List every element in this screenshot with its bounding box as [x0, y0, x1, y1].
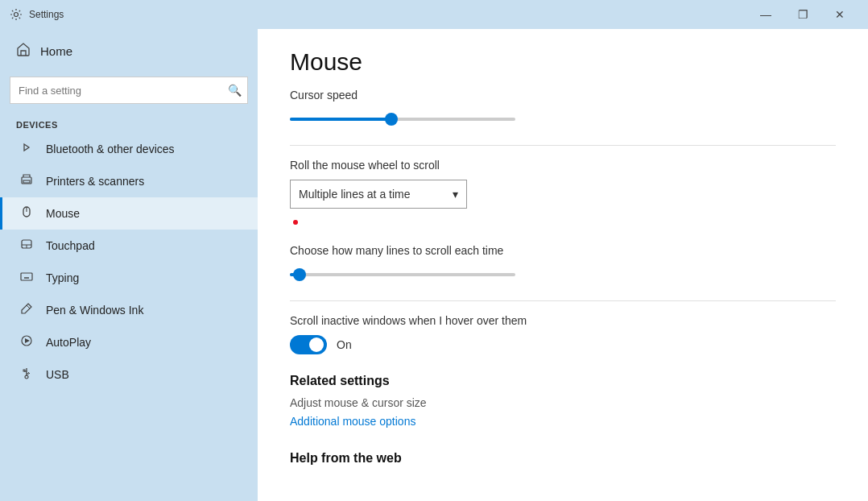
- touchpad-icon: [19, 238, 35, 254]
- sidebar-item-touchpad[interactable]: Touchpad: [0, 230, 258, 262]
- cursor-speed-fill: [290, 118, 391, 121]
- settings-icon: [10, 8, 23, 21]
- printer-icon: [19, 173, 35, 189]
- home-label: Home: [40, 44, 72, 58]
- lines-thumb[interactable]: [293, 268, 306, 281]
- svg-point-0: [14, 13, 19, 17]
- close-button[interactable]: ✕: [821, 2, 858, 27]
- sidebar-item-label: Bluetooth & other devices: [46, 143, 175, 155]
- svg-marker-15: [25, 338, 30, 343]
- window-title: Settings: [29, 9, 747, 20]
- sidebar-item-label: Printers & scanners: [46, 175, 144, 188]
- home-icon: [16, 42, 31, 60]
- roll-dropdown-value: Multiple lines at a time: [299, 188, 411, 201]
- scroll-inactive-section: Scroll inactive windows when I hover ove…: [290, 314, 836, 354]
- sidebar-item-label: Pen & Windows Ink: [46, 304, 143, 317]
- search-input[interactable]: [10, 77, 248, 104]
- sidebar-item-label: Mouse: [46, 207, 80, 220]
- toggle-row: On: [290, 335, 836, 354]
- autoplay-icon: [19, 334, 35, 350]
- toggle-state-label: On: [337, 338, 352, 351]
- svg-rect-8: [21, 273, 32, 280]
- sidebar: Home 🔍 Devices Bluetooth & other devices: [0, 29, 258, 501]
- sidebar-item-usb[interactable]: USB: [0, 358, 258, 391]
- window-controls: — ❐ ✕: [747, 2, 858, 27]
- sidebar-section-label: Devices: [0, 114, 258, 133]
- sidebar-item-home[interactable]: Home: [0, 29, 258, 73]
- cursor-speed-section: Cursor speed: [290, 89, 836, 129]
- cursor-speed-track: [290, 118, 515, 121]
- typing-icon: [19, 270, 35, 286]
- bluetooth-icon: [19, 141, 35, 157]
- dropdown-chevron-icon: ▾: [453, 188, 458, 201]
- related-settings-subtitle: Adjust mouse & cursor size: [290, 396, 836, 409]
- search-container: 🔍: [10, 77, 248, 104]
- lines-section: Choose how many lines to scroll each tim…: [290, 244, 836, 284]
- sidebar-item-label: Touchpad: [46, 239, 95, 252]
- sidebar-item-label: Typing: [46, 271, 79, 284]
- sidebar-item-printers[interactable]: Printers & scanners: [0, 165, 258, 197]
- cursor-speed-thumb[interactable]: [385, 113, 398, 126]
- page-title: Mouse: [290, 29, 836, 89]
- sidebar-item-pen[interactable]: Pen & Windows Ink: [0, 294, 258, 326]
- svg-rect-20: [23, 370, 25, 371]
- roll-dropdown[interactable]: Multiple lines at a time ▾: [290, 180, 467, 209]
- sidebar-item-typing[interactable]: Typing: [0, 262, 258, 294]
- toggle-knob: [309, 337, 324, 352]
- additional-mouse-options-link[interactable]: Additional mouse options: [290, 415, 415, 428]
- lines-track: [290, 273, 515, 276]
- sidebar-item-autoplay[interactable]: AutoPlay: [0, 326, 258, 358]
- content-area: Mouse Cursor speed Roll the mouse wheel …: [258, 29, 868, 501]
- mouse-icon: [19, 205, 35, 222]
- roll-section: Roll the mouse wheel to scroll Multiple …: [290, 159, 836, 228]
- sidebar-item-bluetooth[interactable]: Bluetooth & other devices: [0, 133, 258, 165]
- roll-label: Roll the mouse wheel to scroll: [290, 159, 836, 172]
- cursor-speed-label: Cursor speed: [290, 89, 836, 101]
- scroll-inactive-label: Scroll inactive windows when I hover ove…: [290, 314, 836, 327]
- minimize-button[interactable]: —: [747, 2, 784, 27]
- svg-rect-2: [23, 180, 30, 183]
- scroll-inactive-toggle[interactable]: [290, 335, 327, 354]
- lines-label: Choose how many lines to scroll each tim…: [290, 244, 836, 257]
- related-settings-title: Related settings: [290, 374, 836, 388]
- divider2: [290, 300, 836, 301]
- app-body: Home 🔍 Devices Bluetooth & other devices: [0, 29, 868, 501]
- divider1: [290, 145, 836, 146]
- sidebar-item-label: AutoPlay: [46, 336, 91, 349]
- sidebar-item-mouse[interactable]: Mouse: [0, 197, 258, 230]
- maximize-button[interactable]: ❐: [784, 2, 821, 27]
- pen-icon: [19, 302, 35, 318]
- titlebar: Settings — ❐ ✕: [0, 0, 868, 29]
- help-from-web-title: Help from the web: [290, 451, 836, 466]
- usb-icon: [19, 366, 35, 383]
- dot-indicator: [293, 220, 298, 225]
- search-icon: 🔍: [228, 84, 242, 97]
- sidebar-item-label: USB: [46, 368, 69, 381]
- svg-line-13: [27, 305, 30, 308]
- lines-slider-container: [290, 265, 515, 284]
- cursor-speed-slider-container: [290, 110, 515, 129]
